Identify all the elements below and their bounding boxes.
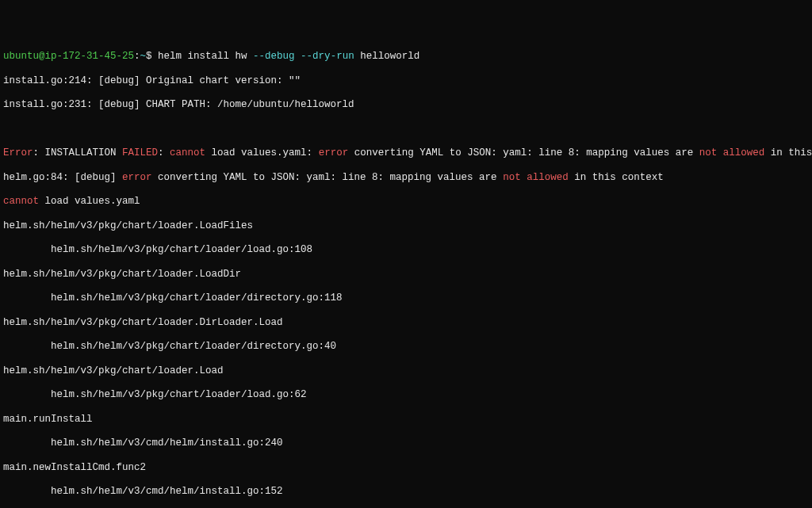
prompt-sep: :	[134, 51, 140, 62]
stack-line: helm.sh/helm/v3/pkg/chart/loader/load.go…	[3, 244, 809, 256]
stack-line: main.runInstall	[3, 414, 809, 426]
stack-line: helm.sh/helm/v3/pkg/chart/loader.Load	[3, 365, 809, 377]
output-line: install.go:231: [debug] CHART PATH: /hom…	[3, 99, 809, 111]
cannot-word: cannot	[170, 147, 205, 159]
error-word: error	[122, 172, 152, 183]
failed-word: FAILED	[122, 147, 158, 159]
cmd-suffix: helloworld	[354, 51, 420, 62]
cmd-flags: --debug --dry-run	[253, 51, 354, 62]
output-line: install.go:214: [debug] Original chart v…	[3, 75, 809, 87]
stack-line: helm.sh/helm/v3/pkg/chart/loader.LoadDir	[3, 269, 809, 281]
stack-line: helm.sh/helm/v3/pkg/chart/loader/load.go…	[3, 389, 809, 401]
cmd-prefix: helm install hw	[152, 51, 254, 62]
prompt-line[interactable]: ubuntu@ip-172-31-45-25:~$ helm install h…	[3, 51, 809, 63]
not-allowed-word: not allowed	[503, 172, 569, 183]
prompt-user-host: ubuntu@ip-172-31-45-25	[3, 51, 134, 62]
error-line-2: helm.go:84: [debug] error converting YAM…	[3, 172, 809, 184]
error-word: error	[319, 147, 349, 159]
stack-line: helm.sh/helm/v3/pkg/chart/loader.LoadFil…	[3, 220, 809, 232]
error-label: Error	[3, 147, 33, 159]
error-line-1: Error: INSTALLATION FAILED: cannot load …	[3, 147, 809, 159]
error-line-3: cannot load values.yaml	[3, 196, 809, 208]
cannot-word: cannot	[3, 196, 39, 207]
prompt-cwd: ~	[140, 51, 147, 62]
stack-line: helm.sh/helm/v3/cmd/helm/install.go:152	[3, 486, 809, 498]
blank-line	[3, 124, 809, 136]
not-allowed-word: not allowed	[699, 147, 765, 159]
prompt-dollar: $	[146, 51, 152, 62]
stack-line: helm.sh/helm/v3/pkg/chart/loader/directo…	[3, 341, 809, 353]
stack-line: main.newInstallCmd.func2	[3, 462, 809, 474]
stack-line: helm.sh/helm/v3/pkg/chart/loader.DirLoad…	[3, 317, 809, 329]
stack-line: helm.sh/helm/v3/pkg/chart/loader/directo…	[3, 292, 809, 304]
stack-line: helm.sh/helm/v3/cmd/helm/install.go:240	[3, 437, 809, 449]
